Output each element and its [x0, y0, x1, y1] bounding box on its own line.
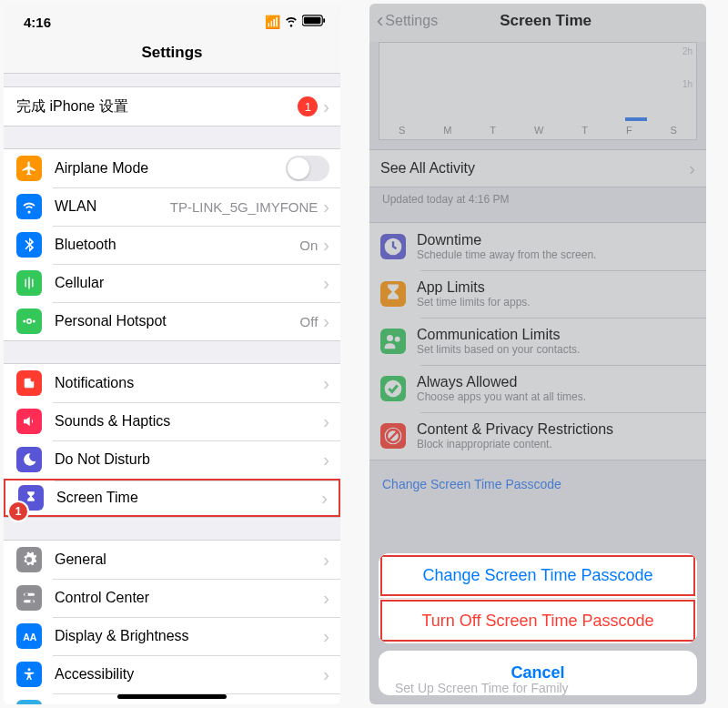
downtime-label: Downtime	[417, 232, 596, 248]
control-center-label: Control Center	[55, 590, 323, 606]
svg-point-14	[387, 335, 393, 341]
day-w: W	[534, 125, 543, 136]
notifications-icon	[16, 370, 42, 396]
home-indicator	[117, 694, 227, 699]
accessibility-icon	[16, 662, 42, 687]
dnd-row[interactable]: Do Not Disturb ›	[4, 440, 340, 479]
change-passcode-link[interactable]: Change Screen Time Passcode	[369, 460, 706, 501]
always-allowed-label: Always Allowed	[417, 374, 586, 390]
chevron-right-icon: ›	[323, 627, 329, 645]
svg-point-10	[28, 668, 31, 671]
hotspot-label: Personal Hotspot	[55, 313, 300, 329]
wallpaper-icon	[16, 700, 42, 704]
wifi-icon	[284, 14, 298, 31]
always-allowed-row[interactable]: Always AllowedChoose apps you want at al…	[369, 365, 706, 412]
comm-limits-label: Communication Limits	[417, 327, 580, 343]
general-label: General	[55, 551, 323, 568]
finish-iphone-setup-label: 完成 iPhone 设置	[16, 97, 298, 116]
app-limits-icon	[380, 281, 406, 307]
control-center-row[interactable]: Control Center ›	[4, 579, 340, 617]
svg-rect-2	[323, 18, 325, 23]
screen-time-row[interactable]: Screen Time ›	[4, 479, 340, 517]
chevron-right-icon: ›	[323, 197, 329, 216]
airplane-mode-row[interactable]: Airplane Mode	[4, 149, 340, 187]
step-1-badge: 1	[9, 502, 27, 521]
switches-icon	[16, 585, 42, 611]
downtime-desc: Schedule time away from the screen.	[417, 248, 596, 261]
prohibit-icon	[380, 423, 406, 449]
svg-text:AA: AA	[23, 632, 37, 642]
hotspot-icon	[16, 308, 42, 334]
sounds-icon	[16, 409, 42, 434]
accessibility-row[interactable]: Accessibility ›	[4, 655, 340, 693]
display-icon: AA	[16, 623, 42, 649]
app-limits-row[interactable]: App LimitsSet time limits for apps.	[369, 270, 706, 318]
change-passcode-button[interactable]: Change Screen Time Passcode	[379, 553, 697, 598]
faded-family-row: Set Up Screen Time for Family	[382, 677, 581, 699]
bluetooth-icon	[16, 232, 42, 258]
svg-point-7	[25, 592, 28, 596]
cellular-icon	[16, 270, 42, 296]
settings-screen: 4:16 📶 Settings 完成 iPhone 设置 1 › Airplan…	[4, 4, 340, 704]
chevron-right-icon: ›	[323, 412, 329, 430]
moon-icon	[16, 447, 42, 472]
see-all-activity-row[interactable]: See All Activity ›	[369, 150, 706, 187]
bluetooth-label: Bluetooth	[55, 237, 299, 253]
bluetooth-row[interactable]: Bluetooth On ›	[4, 226, 340, 264]
chevron-right-icon: ›	[689, 159, 695, 177]
downtime-icon	[380, 234, 406, 259]
airplane-toggle[interactable]	[286, 156, 329, 181]
downtime-row[interactable]: DowntimeSchedule time away from the scre…	[369, 223, 706, 270]
status-icons: 📶	[265, 14, 326, 31]
battery-icon	[302, 15, 326, 29]
day-s: S	[399, 125, 405, 136]
screen-time-screen: ‹ Settings Screen Time 2h 1h S M T W T F…	[369, 4, 706, 704]
always-allowed-desc: Choose apps you want at all times.	[417, 390, 586, 403]
comm-limits-icon	[380, 329, 406, 354]
comm-limits-row[interactable]: Communication LimitsSet limits based on …	[369, 318, 706, 365]
chevron-right-icon: ›	[323, 374, 329, 392]
wlan-label: WLAN	[55, 198, 170, 215]
svg-point-4	[31, 378, 35, 382]
usage-chart[interactable]: 2h 1h S M T W T F S	[379, 42, 697, 140]
day-t: T	[490, 125, 496, 136]
bluetooth-value: On	[299, 238, 318, 253]
general-row[interactable]: General ›	[4, 541, 340, 579]
airplane-label: Airplane Mode	[55, 160, 286, 177]
gear-icon	[16, 547, 42, 572]
wlan-value: TP-LINK_5G_IMYFONE	[170, 199, 318, 215]
connectivity-group: Airplane Mode WLAN TP-LINK_5G_IMYFONE › …	[4, 148, 340, 341]
svg-point-8	[30, 600, 34, 603]
app-limits-desc: Set time limits for apps.	[417, 296, 531, 308]
content-restrictions-row[interactable]: Content & Privacy RestrictionsBlock inap…	[369, 412, 706, 460]
updated-label: Updated today at 4:16 PM	[369, 187, 706, 211]
notifications-row[interactable]: Notifications ›	[4, 364, 340, 402]
cellular-label: Cellular	[55, 275, 323, 291]
status-time: 4:16	[24, 15, 51, 30]
general-group: General › Control Center › AA Display & …	[4, 540, 340, 704]
sounds-label: Sounds & Haptics	[55, 413, 323, 430]
always-allowed-icon	[380, 376, 406, 401]
finish-iphone-setup-row[interactable]: 完成 iPhone 设置 1 ›	[4, 87, 340, 126]
wlan-row[interactable]: WLAN TP-LINK_5G_IMYFONE ›	[4, 187, 340, 226]
nav-bar: ‹ Settings Screen Time	[369, 4, 706, 42]
see-all-label: See All Activity	[380, 160, 689, 177]
sounds-row[interactable]: Sounds & Haptics ›	[4, 402, 340, 440]
notifications-label: Notifications	[55, 375, 323, 391]
chevron-right-icon: ›	[321, 489, 328, 507]
dnd-label: Do Not Disturb	[55, 451, 323, 468]
display-row[interactable]: AA Display & Brightness ›	[4, 617, 340, 655]
page-title: Screen Time	[392, 12, 699, 30]
day-m: M	[443, 125, 451, 136]
chevron-right-icon: ›	[323, 551, 329, 569]
chevron-right-icon: ›	[323, 97, 329, 116]
status-bar: 4:16 📶	[4, 4, 340, 35]
hotspot-row[interactable]: Personal Hotspot Off ›	[4, 302, 340, 340]
setup-group: 完成 iPhone 设置 1 ›	[4, 86, 340, 126]
chevron-right-icon: ›	[323, 703, 329, 704]
content-label: Content & Privacy Restrictions	[417, 421, 613, 438]
chevron-right-icon: ›	[323, 589, 329, 607]
turn-off-passcode-button[interactable]: Turn Off Screen Time Passcode	[379, 598, 697, 643]
wifi-icon	[16, 194, 42, 219]
cellular-row[interactable]: Cellular ›	[4, 264, 340, 302]
